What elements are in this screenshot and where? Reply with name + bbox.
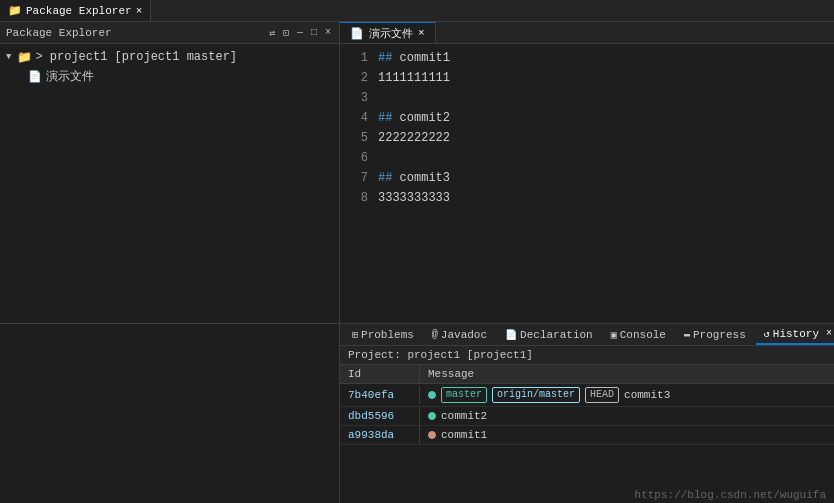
line-content-5: 2222222222 <box>378 129 450 147</box>
git-table-header: Id Message <box>340 365 834 384</box>
commit-message-0: commit3 <box>624 389 670 401</box>
history-subtitle: Project: project1 [project1] <box>340 346 834 365</box>
tab-console[interactable]: ▣ Console <box>603 324 674 345</box>
history-icon: ↺ <box>764 328 770 340</box>
code-line-6: 6 <box>340 148 834 168</box>
demo-file-tab-icon: 📄 <box>350 27 364 40</box>
link-editor-icon[interactable]: ⊡ <box>281 26 291 40</box>
commit-id-1: dbd5596 <box>340 407 420 425</box>
tab-console-label: Console <box>620 329 666 341</box>
sidebar-actions: ⇄ ⊡ — □ × <box>267 26 333 40</box>
declaration-icon: 📄 <box>505 329 517 341</box>
line-num-3: 3 <box>348 89 368 107</box>
col-message-header: Message <box>420 365 834 383</box>
git-history-table[interactable]: Id Message 7b40efa master origin/master … <box>340 365 834 487</box>
code-line-8: 8 3333333333 <box>340 188 834 208</box>
line-content-2: 1111111111 <box>378 69 450 87</box>
editor-tab-bar: 📄 演示文件 × <box>340 22 834 44</box>
code-line-2: 2 1111111111 <box>340 68 834 88</box>
tab-problems[interactable]: ⊞ Problems <box>344 324 422 345</box>
minimize-icon[interactable]: — <box>295 26 305 39</box>
line-content-8: 3333333333 <box>378 189 450 207</box>
badge-origin-master: origin/master <box>492 387 580 403</box>
project-folder-icon: 📁 <box>17 50 31 64</box>
tab-progress-label: Progress <box>693 329 746 341</box>
commit-msg-1: commit2 <box>420 407 834 425</box>
tab-declaration-label: Declaration <box>520 329 593 341</box>
git-commit-row-0[interactable]: 7b40efa master origin/master HEAD commit… <box>340 384 834 407</box>
commit-message-1: commit2 <box>441 410 487 422</box>
demo-file-icon: 📄 <box>28 70 42 84</box>
commit-dot-2 <box>428 431 436 439</box>
javadoc-icon: @ <box>432 329 438 340</box>
console-icon: ▣ <box>611 329 617 341</box>
bottom-left-spacer <box>0 324 340 503</box>
line-num-4: 4 <box>348 109 368 127</box>
sidebar-title-label: Package Explorer <box>6 27 112 39</box>
editor-area: 📄 演示文件 × 1 ## commit1 2 1111111111 3 4 #… <box>340 22 834 323</box>
bottom-right-panel: ⊞ Problems @ Javadoc 📄 Declaration ▣ Con… <box>340 324 834 503</box>
commit-msg-2: commit1 <box>420 426 834 444</box>
project-label: > project1 [project1 master] <box>35 50 237 64</box>
badge-master: master <box>441 387 487 403</box>
watermark-text: https://blog.csdn.net/wuguifa <box>635 489 826 501</box>
code-line-4: 4 ## commit2 <box>340 108 834 128</box>
tab-history[interactable]: ↺ History × <box>756 324 834 345</box>
bottom-panel: ⊞ Problems @ Javadoc 📄 Declaration ▣ Con… <box>0 323 834 503</box>
expand-arrow-icon: ▼ <box>6 52 11 62</box>
commit-id-0: 7b40efa <box>340 386 420 404</box>
demo-file-label: 演示文件 <box>46 68 94 85</box>
tab-problems-label: Problems <box>361 329 414 341</box>
commit-id-2: a9938da <box>340 426 420 444</box>
tab-progress[interactable]: ▬ Progress <box>676 324 754 345</box>
top-bar: 📁 Package Explorer × <box>0 0 834 22</box>
close-editor-tab-icon[interactable]: × <box>418 27 425 39</box>
folder-icon: 📁 <box>8 4 22 17</box>
code-line-3: 3 <box>340 88 834 108</box>
problems-icon: ⊞ <box>352 329 358 341</box>
progress-icon: ▬ <box>684 329 690 340</box>
main-area: Package Explorer ⇄ ⊡ — □ × ▼ 📁 > project… <box>0 22 834 323</box>
tab-javadoc-label: Javadoc <box>441 329 487 341</box>
line-num-8: 8 <box>348 189 368 207</box>
close-icon[interactable]: × <box>136 5 143 17</box>
close-sidebar-icon[interactable]: × <box>323 26 333 39</box>
maximize-icon[interactable]: □ <box>309 26 319 39</box>
sidebar-item-demo-file[interactable]: 📄 演示文件 <box>0 66 339 87</box>
demo-file-tab-label: 演示文件 <box>369 26 413 41</box>
commit-dot-1 <box>428 412 436 420</box>
line-num-6: 6 <box>348 149 368 167</box>
tab-javadoc[interactable]: @ Javadoc <box>424 324 495 345</box>
watermark: https://blog.csdn.net/wuguifa <box>340 487 834 503</box>
line-num-5: 5 <box>348 129 368 147</box>
code-line-5: 5 2222222222 <box>340 128 834 148</box>
sidebar-item-project1[interactable]: ▼ 📁 > project1 [project1 master] <box>0 48 339 66</box>
line-content-4: ## commit2 <box>378 109 450 127</box>
col-id-header: Id <box>340 365 420 383</box>
sidebar-title-text: Package Explorer <box>6 27 112 39</box>
tab-declaration[interactable]: 📄 Declaration <box>497 324 601 345</box>
commit-dot-0 <box>428 391 436 399</box>
line-num-7: 7 <box>348 169 368 187</box>
bottom-tab-bar: ⊞ Problems @ Javadoc 📄 Declaration ▣ Con… <box>340 324 834 346</box>
close-history-tab-icon[interactable]: × <box>826 328 832 339</box>
editor-tab-demo[interactable]: 📄 演示文件 × <box>340 22 436 43</box>
tab-history-label: History <box>773 328 819 340</box>
code-line-7: 7 ## commit3 <box>340 168 834 188</box>
sidebar-header: Package Explorer ⇄ ⊡ — □ × <box>0 22 339 44</box>
package-explorer-tab[interactable]: 📁 Package Explorer × <box>0 0 151 21</box>
line-content-7: ## commit3 <box>378 169 450 187</box>
editor-content[interactable]: 1 ## commit1 2 1111111111 3 4 ## commit2… <box>340 44 834 323</box>
package-explorer-label: Package Explorer <box>26 5 132 17</box>
sidebar: Package Explorer ⇄ ⊡ — □ × ▼ 📁 > project… <box>0 22 340 323</box>
line-content-1: ## commit1 <box>378 49 450 67</box>
commit-msg-0: master origin/master HEAD commit3 <box>420 384 834 406</box>
git-commit-row-1[interactable]: dbd5596 commit2 <box>340 407 834 426</box>
badge-head: HEAD <box>585 387 619 403</box>
line-num-2: 2 <box>348 69 368 87</box>
history-subtitle-text: Project: project1 [project1] <box>348 349 533 361</box>
code-line-1: 1 ## commit1 <box>340 48 834 68</box>
collapse-all-icon[interactable]: ⇄ <box>267 26 277 40</box>
sidebar-tree: ▼ 📁 > project1 [project1 master] 📄 演示文件 <box>0 44 339 323</box>
git-commit-row-2[interactable]: a9938da commit1 <box>340 426 834 445</box>
